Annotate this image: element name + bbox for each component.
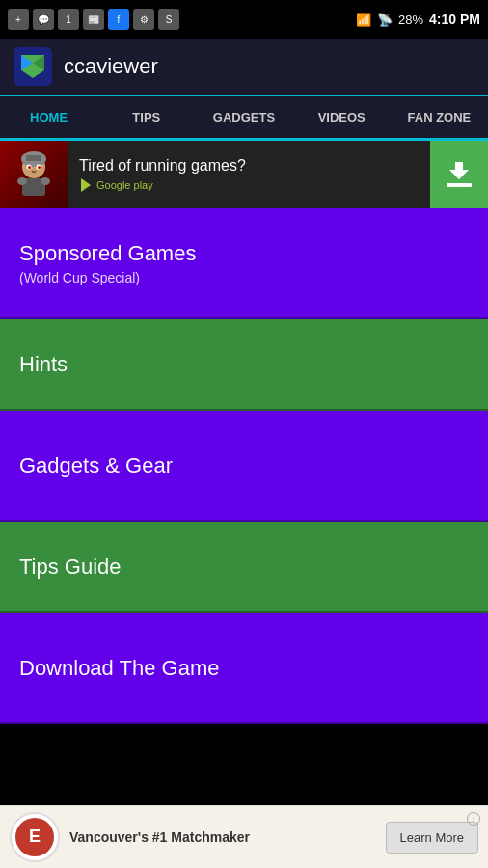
download-label: Download The Game bbox=[19, 656, 220, 681]
tips-label: Tips Guide bbox=[19, 555, 122, 580]
svg-rect-15 bbox=[447, 183, 472, 187]
hints-label: Hints bbox=[19, 352, 68, 377]
gadgets-text: Gadgets & Gear bbox=[19, 453, 173, 478]
ad-bottom-text-area: Vancouver's #1 Matchmaker bbox=[60, 828, 386, 846]
svg-text:E: E bbox=[29, 827, 41, 846]
bottom-ad-banner[interactable]: i E Vancouver's #1 Matchmaker Learn More bbox=[0, 805, 488, 868]
ad-logo-bottom: E bbox=[10, 812, 60, 862]
warrior-icon bbox=[5, 146, 63, 203]
section-gadgets-gear[interactable]: Gadgets & Gear bbox=[0, 411, 488, 522]
sponsored-games-subtitle: (World Cup Special) bbox=[19, 270, 196, 285]
clock: 4:10 PM bbox=[429, 12, 480, 27]
top-ad-banner[interactable]: Tired of running games? Google play bbox=[0, 141, 488, 208]
executive-logo-icon: E bbox=[14, 817, 55, 857]
tips-text: Tips Guide bbox=[19, 555, 122, 580]
facebook-icon: f bbox=[108, 9, 129, 30]
tab-fanzone[interactable]: FAN ZONE bbox=[391, 96, 488, 141]
section-tips-guide[interactable]: Tips Guide bbox=[0, 522, 488, 613]
battery-level: 28% bbox=[398, 13, 423, 27]
tab-videos[interactable]: VIDEOS bbox=[293, 96, 391, 141]
number-icon: 1 bbox=[58, 9, 79, 30]
content-area: Sponsored Games (World Cup Special) Hint… bbox=[0, 208, 488, 724]
svg-marker-16 bbox=[449, 162, 469, 179]
plus-icon: + bbox=[8, 9, 29, 30]
tab-gadgets[interactable]: GADGETS bbox=[195, 96, 292, 141]
gadgets-label: Gadgets & Gear bbox=[19, 453, 173, 478]
hints-text: Hints bbox=[19, 352, 68, 377]
sponsored-games-label: Sponsored Games bbox=[19, 241, 196, 266]
tab-tips[interactable]: TIPS bbox=[97, 96, 195, 141]
bubble-icon: 💬 bbox=[33, 9, 54, 30]
section-sponsored-games[interactable]: Sponsored Games (World Cup Special) bbox=[0, 208, 488, 319]
svg-marker-14 bbox=[81, 178, 91, 192]
tab-home[interactable]: HOME bbox=[0, 96, 97, 141]
status-bar: + 💬 1 📰 f ⚙ S 📶 📡 28% 4:10 PM bbox=[0, 0, 488, 39]
ad-text-area: Tired of running games? Google play bbox=[68, 149, 430, 200]
learn-more-button[interactable]: Learn More bbox=[386, 822, 478, 854]
settings-icon: ⚙ bbox=[133, 9, 154, 30]
section-hints[interactable]: Hints bbox=[0, 319, 488, 411]
section-download-game[interactable]: Download The Game bbox=[0, 613, 488, 724]
download-text: Download The Game bbox=[19, 656, 220, 681]
google-play-icon bbox=[79, 178, 93, 192]
ad-game-image bbox=[0, 141, 68, 208]
svg-point-10 bbox=[38, 166, 41, 169]
ad-info-icon: i bbox=[467, 812, 480, 826]
signal-icon: 📡 bbox=[377, 13, 393, 27]
app-header: ccaviewer bbox=[0, 39, 488, 96]
wifi-icon: 📶 bbox=[356, 13, 371, 27]
ad-main-text: Tired of running games? bbox=[79, 157, 419, 175]
s-icon: S bbox=[158, 9, 179, 30]
google-play-badge: Google play bbox=[79, 178, 419, 192]
ad-bottom-main-text: Vancouver's #1 Matchmaker bbox=[69, 828, 376, 846]
svg-rect-6 bbox=[26, 155, 41, 161]
ad-download-button[interactable] bbox=[430, 141, 488, 208]
sponsored-games-text: Sponsored Games (World Cup Special) bbox=[19, 241, 196, 285]
svg-point-12 bbox=[17, 177, 27, 185]
google-play-text: Google play bbox=[96, 179, 153, 191]
app-logo-icon bbox=[14, 47, 52, 86]
status-icons-left: + 💬 1 📰 f ⚙ S bbox=[8, 9, 179, 30]
download-icon bbox=[443, 158, 475, 191]
svg-point-13 bbox=[41, 177, 50, 185]
status-indicators-right: 📶 📡 28% 4:10 PM bbox=[356, 12, 480, 27]
news-icon: 📰 bbox=[83, 9, 104, 30]
nav-tabs: HOME TIPS GADGETS VIDEOS FAN ZONE bbox=[0, 96, 488, 141]
svg-point-9 bbox=[28, 166, 31, 169]
app-title: ccaviewer bbox=[64, 54, 158, 79]
